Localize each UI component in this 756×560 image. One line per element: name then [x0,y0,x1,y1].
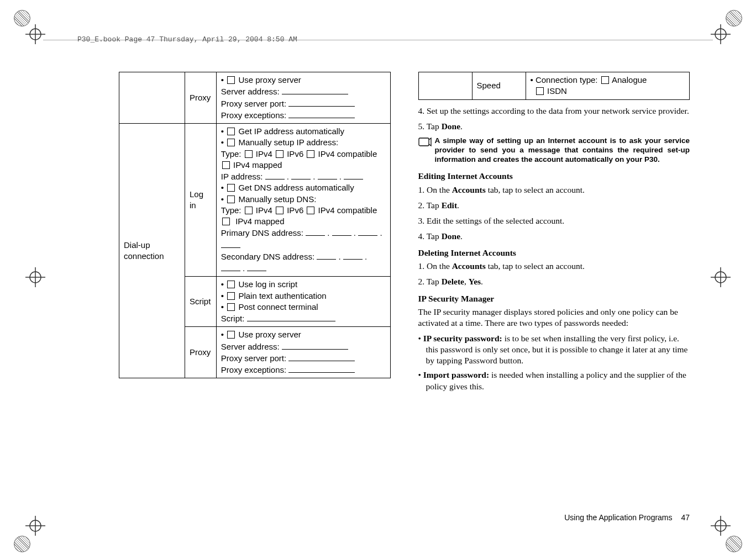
blank-line [318,171,337,179]
text: Proxy exceptions: [221,110,286,120]
text: Manually setup DNS: [238,194,316,204]
print-ornament [726,536,742,552]
footer-text: Using the Application Programs [564,513,672,522]
checkbox-icon [307,207,314,214]
numbered-step: 4. Set up the settings according to the … [418,105,690,117]
text: Use proxy server [238,330,301,339]
checkbox-icon [227,76,235,84]
blank-line [221,239,240,248]
note-callout: A simple way of setting up an Internet a… [418,136,690,165]
text: Type: [221,205,242,215]
text: Post connect terminal [238,302,318,311]
checkbox-icon [245,207,253,214]
text: IPv6 [287,149,303,159]
checkbox-icon [227,331,235,339]
paragraph: The IP security manager displays stored … [418,307,690,329]
settings-table: Proxy • Use proxy server Server address:… [119,72,391,378]
blank-line [282,86,348,94]
page-number: 47 [681,513,690,522]
text: IPv4 mapped [235,216,284,226]
blank-line [343,251,363,260]
text: Connection type: [536,75,598,84]
registration-mark-icon [708,22,733,46]
numbered-step: 1. On the Accounts tab, tap to select an… [418,261,690,272]
checkbox-icon [601,76,609,84]
blank-line [247,313,335,321]
numbered-step: 3. Edit the settings of the selected acc… [418,215,690,226]
text: IPv6 [287,205,303,215]
text: Use proxy server [238,75,301,84]
checkbox-icon [222,218,230,225]
checkbox-icon [276,150,284,158]
blank-line [306,227,325,236]
checkbox-icon [227,184,235,192]
table-cell: Speed [472,72,526,100]
checkbox-icon [276,207,284,214]
checkbox-icon [245,150,253,158]
running-header: P30_E.book Page 47 Thursday, April 29, 2… [77,35,297,44]
text: Use log in script [238,279,297,289]
blank-line [332,227,351,236]
text: Server address: [221,342,280,351]
blank-line [221,262,240,271]
subheading: Editing Internet Accounts [418,171,690,182]
blank-line [291,171,311,179]
text: Get IP address automatically [238,126,344,136]
note-text: A simple way of setting up an Internet a… [435,136,690,165]
blank-line [344,171,363,179]
blank-line [317,251,336,260]
subheading: IP Security Manager [418,293,690,304]
print-ornament [14,536,30,552]
table-cell: Log in [185,124,217,277]
text: IPv4 [256,149,272,159]
numbered-step: 1. On the Accounts tab, tap to select an… [418,184,690,196]
checkbox-icon [227,281,235,288]
table-cell: • Connection type: Analogue ISDN [526,72,690,100]
table-cell: • Use proxy server Server address: Proxy… [216,72,390,124]
blank-line [288,364,355,373]
text: IPv4 compatible [318,149,377,159]
table-cell: • Use log in script • Plain text authent… [216,277,390,327]
numbered-step: 4. Tap Done. [418,231,690,242]
registration-mark-icon [708,265,733,289]
text: 5. Tap [418,121,442,131]
blank-line [247,262,266,271]
table-cell: Proxy [185,327,217,378]
blank-line [358,227,377,236]
text: Plain text authentication [238,291,326,300]
checkbox-icon [307,150,314,158]
bullet-item: • Import password: is needed when instal… [418,369,690,392]
text: Secondary DNS address: [221,252,314,261]
svg-rect-18 [419,138,429,146]
text: IPv4 [256,205,272,215]
checkbox-icon [227,303,235,311]
registration-mark-icon [23,265,48,289]
page-footer: Using the Application Programs 47 [564,513,690,522]
text: Proxy server port: [221,353,286,363]
numbered-step: 2. Tap Delete, Yes. [418,276,690,287]
text: Proxy server port: [221,99,286,108]
blank-line [282,341,348,350]
checkbox-icon [227,196,235,203]
checkbox-icon [227,292,235,300]
numbered-step: 2. Tap Edit. [418,200,690,211]
text: Primary DNS address: [221,228,303,237]
blank-line [288,98,355,107]
bullet-item: • IP security password: is to be set whe… [418,333,690,366]
text: . [460,121,463,131]
subheading: Deleting Internet Accounts [418,247,690,258]
text: Done [442,121,460,131]
table-cell: Dial-up connection [119,124,185,378]
note-icon [418,136,432,165]
text: IPv4 compatible [318,205,377,215]
text: Type: [221,149,242,159]
text: Proxy exceptions: [221,365,286,374]
text: Manually setup IP address: [238,138,338,147]
speed-table: Speed • Connection type: Analogue ISDN [418,72,690,100]
text: ISDN [547,86,567,96]
text: Script: [221,314,245,323]
text: IP address: [221,172,263,181]
text: IPv4 mapped [233,160,282,170]
registration-mark-icon [23,22,48,46]
checkbox-icon [227,128,235,135]
